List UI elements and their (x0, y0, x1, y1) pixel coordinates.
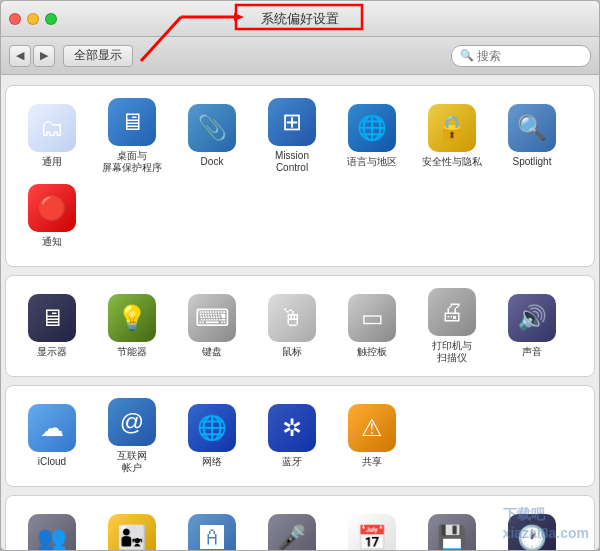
app-item-display[interactable]: 🖥显示器 (12, 286, 92, 366)
forward-button[interactable]: ▶ (33, 45, 55, 67)
spotlight-icon: 🔍 (508, 104, 556, 152)
search-icon: 🔍 (460, 49, 474, 62)
trackpad-label: 触控板 (357, 346, 387, 358)
appstore-icon: 🅰 (188, 514, 236, 550)
internet-icon: @ (108, 398, 156, 446)
mission-label: Mission Control (275, 150, 309, 174)
timemachine-icon: 🕐 (508, 514, 556, 550)
datetime-icon: 📅 (348, 514, 396, 550)
app-item-startup[interactable]: 💾启动磁盘 (412, 506, 492, 550)
search-input[interactable] (477, 49, 582, 63)
print-icon: 🖨 (428, 288, 476, 336)
sound-icon: 🔊 (508, 294, 556, 342)
window-title: 系统偏好设置 (261, 10, 339, 28)
app-item-share[interactable]: ⚠共享 (332, 396, 412, 476)
app-item-print[interactable]: 🖨打印机与 扫描仪 (412, 286, 492, 366)
app-item-appstore[interactable]: 🅰App Store (172, 506, 252, 550)
spotlight-label: Spotlight (513, 156, 552, 168)
app-item-dock[interactable]: 📎Dock (172, 96, 252, 176)
app-item-parental[interactable]: 👨‍👧家长控制 (92, 506, 172, 550)
app-item-language[interactable]: 🌐语言与地区 (332, 96, 412, 176)
language-icon: 🌐 (348, 104, 396, 152)
share-icon: ⚠ (348, 404, 396, 452)
bluetooth-icon: ✲ (268, 404, 316, 452)
minimize-button[interactable] (27, 13, 39, 25)
notify-label: 通知 (42, 236, 62, 248)
content-area: 🗂通用🖥桌面与 屏幕保护程序📎Dock⊞Mission Control🌐语言与地… (1, 75, 599, 550)
security-icon: 🔒 (428, 104, 476, 152)
back-button[interactable]: ◀ (9, 45, 31, 67)
display-label: 显示器 (37, 346, 67, 358)
internet-label: 互联网 帐户 (117, 450, 147, 474)
app-item-dictation[interactable]: 🎤听写与语音 (252, 506, 332, 550)
app-item-bluetooth[interactable]: ✲蓝牙 (252, 396, 332, 476)
app-item-datetime[interactable]: 📅日期与时间 (332, 506, 412, 550)
search-box[interactable]: 🔍 (451, 45, 591, 67)
security-label: 安全性与隐私 (422, 156, 482, 168)
app-item-timemachine[interactable]: 🕐Time Machine (492, 506, 572, 550)
keyboard-icon: ⌨ (188, 294, 236, 342)
users-icon: 👥 (28, 514, 76, 550)
section-hardware: 🖥显示器💡节能器⌨键盘🖱鼠标▭触控板🖨打印机与 扫描仪🔊声音 (5, 275, 595, 377)
nav-buttons: ◀ ▶ (9, 45, 55, 67)
print-label: 打印机与 扫描仪 (432, 340, 472, 364)
app-item-security[interactable]: 🔒安全性与隐私 (412, 96, 492, 176)
share-label: 共享 (362, 456, 382, 468)
sound-label: 声音 (522, 346, 542, 358)
mouse-label: 鼠标 (282, 346, 302, 358)
app-item-general[interactable]: 🗂通用 (12, 96, 92, 176)
mouse-icon: 🖱 (268, 294, 316, 342)
app-item-notify[interactable]: 🔴通知 (12, 176, 92, 256)
app-item-icloud[interactable]: ☁iCloud (12, 396, 92, 476)
desktop-icon: 🖥 (108, 98, 156, 146)
app-item-spotlight[interactable]: 🔍Spotlight (492, 96, 572, 176)
toolbar: ◀ ▶ 全部显示 🔍 (1, 37, 599, 75)
app-item-users[interactable]: 👥用户与群组 (12, 506, 92, 550)
app-item-mouse[interactable]: 🖱鼠标 (252, 286, 332, 366)
trackpad-icon: ▭ (348, 294, 396, 342)
section-internet: ☁iCloud@互联网 帐户🌐网络✲蓝牙⚠共享 (5, 385, 595, 487)
network-icon: 🌐 (188, 404, 236, 452)
parental-icon: 👨‍👧 (108, 514, 156, 550)
traffic-lights (9, 13, 57, 25)
language-label: 语言与地区 (347, 156, 397, 168)
app-item-sound[interactable]: 🔊声音 (492, 286, 572, 366)
show-all-button[interactable]: 全部显示 (63, 45, 133, 67)
app-item-internet[interactable]: @互联网 帐户 (92, 396, 172, 476)
dock-label: Dock (201, 156, 224, 168)
titlebar: 系统偏好设置 (1, 1, 599, 37)
section-system: 👥用户与群组👨‍👧家长控制🅰App Store🎤听写与语音📅日期与时间💾启动磁盘… (5, 495, 595, 550)
app-item-trackpad[interactable]: ▭触控板 (332, 286, 412, 366)
icloud-icon: ☁ (28, 404, 76, 452)
app-item-desktop[interactable]: 🖥桌面与 屏幕保护程序 (92, 96, 172, 176)
section-personal: 🗂通用🖥桌面与 屏幕保护程序📎Dock⊞Mission Control🌐语言与地… (5, 85, 595, 267)
bluetooth-label: 蓝牙 (282, 456, 302, 468)
svg-marker-2 (234, 13, 244, 21)
icloud-label: iCloud (38, 456, 66, 468)
general-icon: 🗂 (28, 104, 76, 152)
app-item-keyboard[interactable]: ⌨键盘 (172, 286, 252, 366)
dock-icon: 📎 (188, 104, 236, 152)
keyboard-label: 键盘 (202, 346, 222, 358)
display-icon: 🖥 (28, 294, 76, 342)
dictation-icon: 🎤 (268, 514, 316, 550)
energy-label: 节能器 (117, 346, 147, 358)
startup-icon: 💾 (428, 514, 476, 550)
close-button[interactable] (9, 13, 21, 25)
maximize-button[interactable] (45, 13, 57, 25)
general-label: 通用 (42, 156, 62, 168)
notify-icon: 🔴 (28, 184, 76, 232)
energy-icon: 💡 (108, 294, 156, 342)
mission-icon: ⊞ (268, 98, 316, 146)
app-item-network[interactable]: 🌐网络 (172, 396, 252, 476)
network-label: 网络 (202, 456, 222, 468)
desktop-label: 桌面与 屏幕保护程序 (102, 150, 162, 174)
app-item-mission[interactable]: ⊞Mission Control (252, 96, 332, 176)
main-window: 系统偏好设置 ◀ ▶ 全部显示 🔍 🗂通用🖥桌面与 屏幕保护程序📎Dock⊞Mi… (0, 0, 600, 551)
app-item-energy[interactable]: 💡节能器 (92, 286, 172, 366)
